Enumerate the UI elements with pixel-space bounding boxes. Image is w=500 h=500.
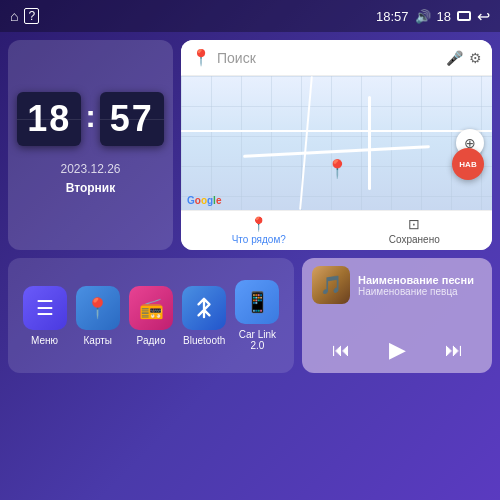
- bottom-section: ☰ Меню 📍 Карты 📻 Радио: [8, 258, 492, 373]
- volume-icon: 🔊: [415, 9, 431, 24]
- maps-app-label: Карты: [84, 335, 113, 346]
- battery-icon: [457, 11, 471, 21]
- main-area: 18 : 57 2023.12.26 Вторник 📍 Поиск 🎤 ⚙: [0, 32, 500, 500]
- app-item-menu[interactable]: ☰ Меню: [20, 286, 69, 346]
- nearby-icon: 📍: [250, 216, 267, 232]
- app-item-carlink[interactable]: 📱 Car Link 2.0: [233, 280, 282, 351]
- previous-button[interactable]: ⏮: [324, 338, 358, 363]
- menu-app-icon: ☰: [23, 286, 67, 330]
- carlink-app-label: Car Link 2.0: [233, 329, 282, 351]
- clock-date: 2023.12.26 Вторник: [60, 160, 120, 198]
- clock-widget: 18 : 57 2023.12.26 Вторник: [8, 40, 173, 250]
- clock-hours: 18: [17, 92, 81, 146]
- flip-clock: 18 : 57: [17, 92, 164, 146]
- time-display: 18:57: [376, 9, 409, 24]
- saved-icon: ⊡: [408, 216, 420, 232]
- location-pin: 📍: [326, 158, 348, 180]
- status-left: ⌂ ?: [10, 8, 39, 24]
- google-logo: Google: [187, 195, 221, 206]
- play-button[interactable]: ▶: [381, 335, 414, 365]
- carlink-app-icon: 📱: [235, 280, 279, 324]
- map-tab-saved[interactable]: ⊡ Сохранено: [337, 211, 493, 250]
- bluetooth-app-label: Bluetooth: [183, 335, 225, 346]
- app-item-maps[interactable]: 📍 Карты: [73, 286, 122, 346]
- battery-value: 18: [437, 9, 451, 24]
- maps-app-icon: 📍: [76, 286, 120, 330]
- next-button[interactable]: ⏭: [437, 338, 471, 363]
- clock-colon: :: [85, 98, 96, 135]
- question-icon[interactable]: ?: [24, 8, 39, 24]
- map-pin-icon: 📍: [191, 48, 211, 67]
- map-search-right: 🎤 ⚙: [446, 50, 482, 66]
- map-search-bar: 📍 Поиск 🎤 ⚙: [181, 40, 492, 76]
- settings-icon[interactable]: ⚙: [469, 50, 482, 66]
- map-area: 📍 ⊕ НАВ Google: [181, 76, 492, 210]
- app-item-radio[interactable]: 📻 Радио: [126, 286, 175, 346]
- radio-app-label: Радио: [137, 335, 166, 346]
- status-bar: ⌂ ? 18:57 🔊 18 ↩: [0, 0, 500, 32]
- map-search-input[interactable]: Поиск: [217, 50, 440, 66]
- music-info: 🎵 Наименование песни Наименование певца: [312, 266, 482, 304]
- app-item-bluetooth[interactable]: Bluetooth: [180, 286, 229, 346]
- back-icon[interactable]: ↩: [477, 7, 490, 26]
- map-widget: 📍 Поиск 🎤 ⚙ 📍 ⊕ НАВ: [181, 40, 492, 250]
- map-tab-nearby[interactable]: 📍 Что рядом?: [181, 211, 337, 250]
- microphone-icon[interactable]: 🎤: [446, 50, 463, 66]
- music-controls: ⏮ ▶ ⏭: [312, 335, 482, 365]
- music-avatar: 🎵: [312, 266, 350, 304]
- home-icon[interactable]: ⌂: [10, 8, 18, 24]
- music-player: 🎵 Наименование песни Наименование певца …: [302, 258, 492, 373]
- music-title: Наименование песни: [358, 274, 482, 286]
- bluetooth-app-icon: [182, 286, 226, 330]
- music-artist: Наименование певца: [358, 286, 482, 297]
- map-bottom-tabs: 📍 Что рядом? ⊡ Сохранено: [181, 210, 492, 250]
- music-text: Наименование песни Наименование певца: [358, 274, 482, 297]
- status-right: 18:57 🔊 18 ↩: [376, 7, 490, 26]
- radio-app-icon: 📻: [129, 286, 173, 330]
- music-avatar-image: 🎵: [312, 266, 350, 304]
- menu-app-label: Меню: [31, 335, 58, 346]
- top-section: 18 : 57 2023.12.26 Вторник 📍 Поиск 🎤 ⚙: [8, 40, 492, 250]
- clock-minutes: 57: [100, 92, 164, 146]
- app-grid: ☰ Меню 📍 Карты 📻 Радио: [8, 258, 294, 373]
- navigate-start-button[interactable]: НАВ: [452, 148, 484, 180]
